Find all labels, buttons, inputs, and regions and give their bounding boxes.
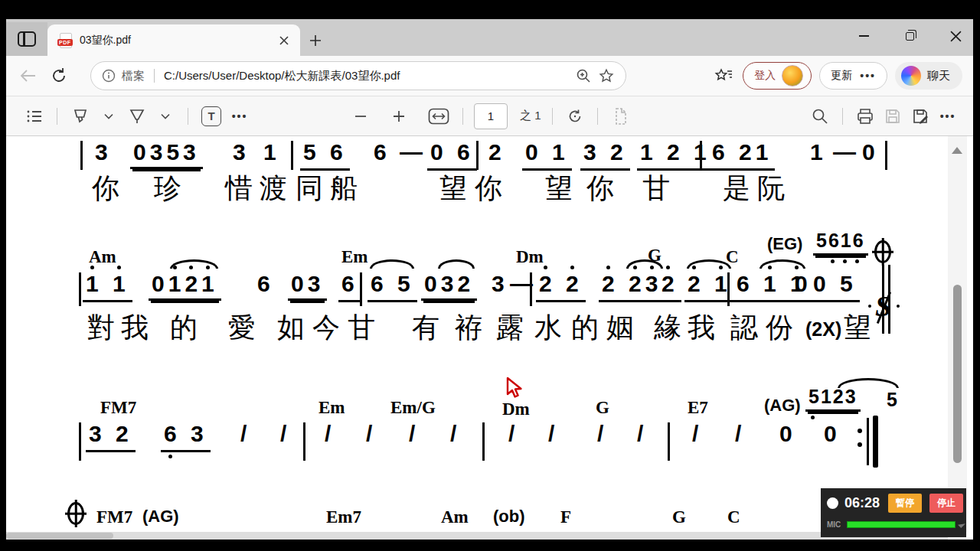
tab-strip: PDF 03望你.pdf [6, 19, 973, 56]
minimize-button[interactable] [851, 25, 877, 47]
sign-in-label: 登入 [754, 69, 776, 83]
file-scheme-label: 檔案 [122, 69, 145, 83]
zoom-icon[interactable] [575, 67, 592, 84]
tab-workspaces-icon [18, 31, 36, 47]
collections-button[interactable] [712, 64, 735, 87]
pdf-badge: PDF [57, 39, 73, 46]
close-window-button[interactable] [942, 25, 969, 47]
active-tab[interactable]: PDF 03望你.pdf [47, 24, 300, 56]
mic-level-row: MIC [821, 516, 966, 529]
vertical-scrollbar-thumb[interactable] [953, 285, 962, 463]
fit-width-icon [428, 108, 449, 125]
table-of-contents-button[interactable] [23, 103, 46, 129]
chat-label: 聊天 [927, 69, 950, 83]
copilot-icon [901, 66, 921, 86]
minimize-icon [859, 35, 869, 37]
copilot-chat-button[interactable]: 聊天 [895, 62, 962, 90]
horizontal-scrollbar[interactable] [6, 532, 948, 540]
pdf-toolbar-center: 之 1 [349, 96, 632, 135]
mic-level-bar [847, 521, 956, 528]
search-icon [811, 107, 829, 126]
page-number-input[interactable] [474, 103, 508, 129]
save-as-icon [911, 107, 929, 126]
address-separator [154, 69, 155, 83]
print-icon [856, 107, 874, 126]
close-icon [279, 36, 289, 45]
pdf-page [6, 136, 973, 540]
new-tab-button[interactable] [300, 24, 331, 56]
stop-button[interactable]: 停止 [929, 494, 963, 513]
minus-icon [354, 110, 367, 122]
mouse-cursor [505, 377, 524, 399]
record-time: 06:28 [843, 495, 880, 511]
highlight-options-button[interactable] [97, 103, 120, 129]
window-controls [851, 25, 969, 47]
horizontal-scrollbar-thumb[interactable] [6, 533, 113, 539]
restore-icon [906, 32, 914, 41]
refresh-icon [51, 67, 67, 84]
draw-options-button[interactable] [154, 103, 177, 129]
collections-star-icon [714, 67, 733, 85]
draw-button[interactable] [125, 103, 149, 129]
tab-workspaces-button[interactable] [6, 22, 47, 56]
chevron-down-icon [160, 111, 171, 122]
zoom-out-button[interactable] [349, 103, 372, 129]
pdf-toolbar-left: T ••• [23, 96, 251, 135]
update-button[interactable]: 更新 ••• [819, 62, 887, 90]
add-text-button[interactable]: T [199, 103, 224, 129]
tab-title: 03望你.pdf [80, 34, 268, 47]
vertical-scrollbar[interactable] [948, 136, 967, 532]
zoom-in-button[interactable] [387, 103, 410, 129]
recorder-overlay: 06:28 暫停 停止 MIC [821, 488, 966, 537]
record-indicator-icon [827, 497, 838, 509]
pen-icon [127, 106, 147, 126]
page-count-label: 之 1 [520, 109, 541, 123]
chevron-down-icon [103, 111, 114, 122]
plus-icon [393, 110, 405, 122]
text-tool-icon: T [201, 106, 221, 126]
restore-button[interactable] [897, 25, 923, 47]
favorite-star-icon[interactable] [598, 67, 615, 84]
recorder-controls: 06:28 暫停 停止 [821, 488, 966, 516]
rotate-icon [566, 107, 584, 126]
toolbar-overflow-button[interactable]: ••• [936, 103, 959, 129]
tab-close-button[interactable] [276, 32, 292, 49]
back-button[interactable] [17, 64, 40, 87]
url-text: C:/Users/User/Desktop/松大新課表/03望你.pdf [164, 69, 569, 83]
pdf-toolbar: T ••• 之 1 [6, 96, 973, 136]
save-button[interactable] [881, 103, 904, 129]
address-bar[interactable]: 檔案 C:/Users/User/Desktop/松大新課表/03望你.pdf [90, 61, 626, 90]
toc-icon [25, 107, 44, 126]
pause-button[interactable]: 暫停 [888, 494, 922, 513]
rotate-button[interactable] [564, 103, 586, 129]
toolbar-more-button[interactable]: ••• [228, 103, 251, 129]
page-view-icon [612, 107, 629, 126]
more-options-icon: ••• [860, 70, 876, 82]
sign-in-button[interactable]: 登入 [743, 62, 812, 90]
print-button[interactable] [854, 103, 877, 129]
mic-label: MIC [827, 520, 841, 529]
back-arrow-icon [20, 67, 37, 84]
avatar [782, 65, 803, 86]
screen: PDF 03望你.pdf [0, 0, 980, 551]
save-as-button[interactable] [909, 103, 932, 129]
address-bar-row: 檔案 C:/Users/User/Desktop/松大新課表/03望你.pdf … [6, 56, 973, 96]
more-icon: ••• [940, 110, 956, 122]
search-button[interactable] [808, 103, 831, 129]
fit-width-button[interactable] [426, 103, 452, 129]
scroll-up-arrow-icon[interactable] [952, 147, 962, 154]
close-icon [950, 31, 962, 42]
highlighter-icon [70, 106, 90, 126]
highlight-button[interactable] [68, 103, 93, 129]
page-view-button[interactable] [609, 103, 632, 129]
plus-icon [309, 34, 322, 47]
save-icon [884, 107, 902, 126]
pdf-toolbar-right: ••• [808, 96, 959, 135]
pdf-file-icon: PDF [60, 33, 72, 48]
more-icon: ••• [232, 110, 248, 122]
update-label: 更新 [831, 69, 852, 83]
refresh-button[interactable] [47, 64, 70, 87]
browser-window: PDF 03望你.pdf [6, 19, 973, 540]
info-icon [102, 69, 116, 83]
